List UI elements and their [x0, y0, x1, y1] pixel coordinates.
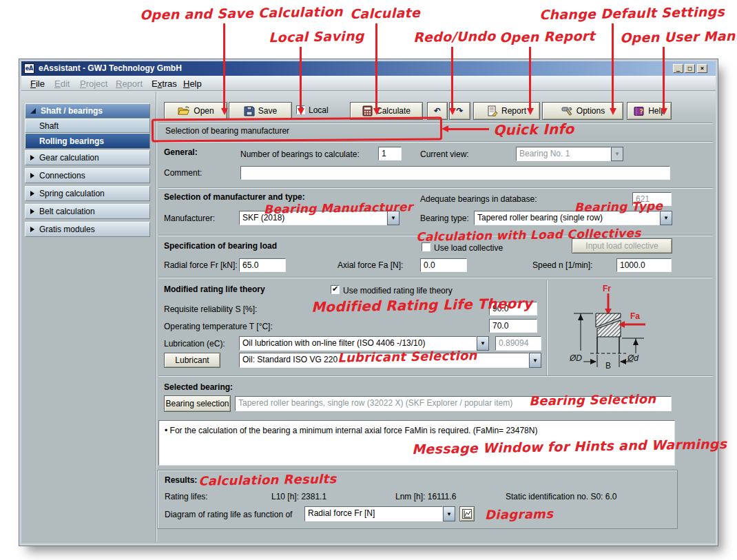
open-button[interactable]: Open — [164, 102, 227, 120]
temperature-input[interactable]: 70.0 — [489, 319, 537, 333]
divider — [158, 277, 713, 278]
rating-lifes-label: Rating lifes: — [165, 492, 208, 501]
sidebar-item-gear-calculation[interactable]: Gear calculation — [25, 150, 150, 165]
axial-force-label: Axial force Fa [N]: — [338, 260, 403, 270]
redo-icon: ↷ — [456, 106, 463, 116]
current-view-label: Current view: — [420, 149, 469, 159]
collapsed-triangle-icon — [30, 227, 34, 232]
num-bearings-input[interactable]: 1 — [378, 147, 402, 160]
annotation-arrow — [375, 23, 377, 109]
manufacturer-label: Manufacturer: — [164, 214, 215, 223]
annotation-arrow — [298, 108, 304, 115]
annotation-arrow — [448, 128, 489, 130]
maximize-button[interactable]: □ — [685, 64, 695, 73]
message-text: For the calculation of the bearing a min… — [170, 426, 538, 435]
comment-input[interactable] — [240, 166, 670, 180]
sidebar-item-gratis-modules[interactable]: Gratis modules — [25, 222, 150, 237]
annotation-arrow — [449, 108, 456, 115]
bullet-icon: • — [165, 426, 167, 435]
annotation-arrow — [527, 108, 534, 115]
use-load-collective-checkbox[interactable] — [422, 242, 430, 251]
menu-file[interactable]: File — [30, 79, 45, 89]
annotation-arrow — [661, 108, 667, 115]
num-bearings-label: Number of bearings to calculate: — [240, 149, 360, 159]
annotation-bearing-selection: Bearing Selection — [529, 391, 656, 408]
annotation-arrow — [373, 108, 380, 115]
minimize-button[interactable]: _ — [673, 64, 683, 73]
diagram-function-dropdown[interactable]: Radial force Fr [N] ▼ — [304, 506, 455, 521]
chevron-down-icon: ▼ — [660, 211, 672, 225]
outer-diameter-label: ØD — [569, 353, 582, 363]
app-icon: eA — [24, 63, 34, 74]
chevron-down-icon: ▼ — [529, 353, 541, 368]
use-modified-life-checkbox[interactable]: ✔ — [331, 285, 340, 294]
use-load-collective-label: Use load collective — [434, 243, 503, 253]
undo-icon: ↶ — [434, 106, 441, 116]
annotation-redo-undo: Redo/Undo — [413, 28, 496, 45]
annotation-arrow — [529, 47, 531, 109]
reliability-label: Requisite reliability S [%]: — [164, 304, 257, 314]
open-diagram-button[interactable] — [459, 506, 475, 521]
divider — [158, 187, 713, 189]
sidebar-item-shaft[interactable]: Shaft — [25, 118, 150, 133]
annotation-lubricant-selection: Lubricant Selection — [338, 348, 477, 365]
menu-edit: Edit — [54, 79, 70, 89]
annotation-bearing-type: Bearing Type — [574, 199, 663, 214]
bearing-type-label: Bearing type: — [420, 214, 469, 223]
sidebar-item-connections[interactable]: Connections — [25, 168, 150, 183]
sidebar-item-belt-calculation[interactable]: Belt calculation — [25, 204, 150, 219]
floppy-disk-icon — [244, 105, 255, 116]
menu-help[interactable]: Help — [183, 79, 202, 89]
use-modified-life-label: Use modified rating life theory — [343, 286, 453, 295]
calculator-icon — [362, 105, 373, 116]
annotation-arrow — [300, 47, 302, 109]
annotation-arrow — [442, 125, 448, 132]
save-button[interactable]: Save — [229, 102, 292, 120]
chevron-down-icon: ▼ — [611, 147, 623, 161]
annotation-calculation-results: Calculation Results — [198, 471, 337, 488]
window-title: eAssistant - GWJ Technology GmbH — [39, 63, 182, 73]
annotation-arrow — [451, 47, 453, 109]
bearing-selection-button[interactable]: Bearing selection — [164, 395, 231, 412]
annotation-local-saving: Local Saving — [269, 28, 364, 45]
chevron-down-icon: ▼ — [477, 336, 489, 351]
divider — [158, 375, 713, 377]
lubricant-button[interactable]: Lubricant — [164, 353, 220, 368]
close-button[interactable]: × — [697, 64, 707, 73]
width-label: B — [605, 361, 611, 371]
menu-extras[interactable]: Extras — [152, 79, 177, 89]
fr-label: Fr — [603, 284, 611, 293]
menu-project: Project — [80, 79, 107, 89]
chevron-down-icon: ▼ — [443, 506, 455, 521]
sidebar-item-rolling-bearings[interactable]: Rolling bearings — [25, 133, 150, 149]
life-section-header: Modified rating life theory — [164, 284, 265, 294]
fa-label: Fa — [630, 311, 640, 321]
lubrication-label: Lubrication (eC): — [164, 339, 225, 349]
menu-report: Report — [116, 79, 143, 89]
sidebar-item-shaft-bearings[interactable]: Shaft / bearings — [25, 103, 150, 118]
local-checkbox-label: Local — [309, 105, 329, 115]
expanded-triangle-icon — [30, 108, 36, 114]
adequate-bearings-label: Adequate bearings in database: — [420, 194, 537, 204]
help-book-icon: ? — [633, 106, 645, 116]
annotation-arrow — [610, 108, 616, 115]
speed-label: Speed n [1/min]: — [532, 260, 592, 270]
collapsed-triangle-icon — [30, 191, 34, 196]
divider — [546, 280, 548, 375]
radial-force-input[interactable]: 65.0 — [239, 258, 286, 272]
tools-icon — [561, 105, 573, 116]
load-section-header: Specification of bearing load — [164, 241, 277, 251]
selected-bearing-header: Selected bearing: — [164, 382, 233, 392]
s0-result: Static identification no. S0: 6.0 — [506, 492, 616, 501]
speed-input[interactable]: 1000.0 — [616, 258, 672, 272]
annotation-diagrams: Diagrams — [485, 506, 553, 522]
annotation-arrow — [223, 23, 225, 109]
annotation-open-report: Open Report — [499, 28, 595, 45]
current-view-dropdown: Bearing No. 1 ▼ — [516, 147, 623, 161]
sidebar-item-spring-calculation[interactable]: Spring calculation — [25, 186, 150, 201]
results-header: Results: — [165, 475, 197, 485]
comment-label: Comment: — [164, 168, 202, 178]
axial-force-input[interactable]: 0.0 — [420, 258, 467, 272]
collapsed-triangle-icon — [30, 173, 34, 178]
svg-text:?: ? — [640, 107, 643, 114]
